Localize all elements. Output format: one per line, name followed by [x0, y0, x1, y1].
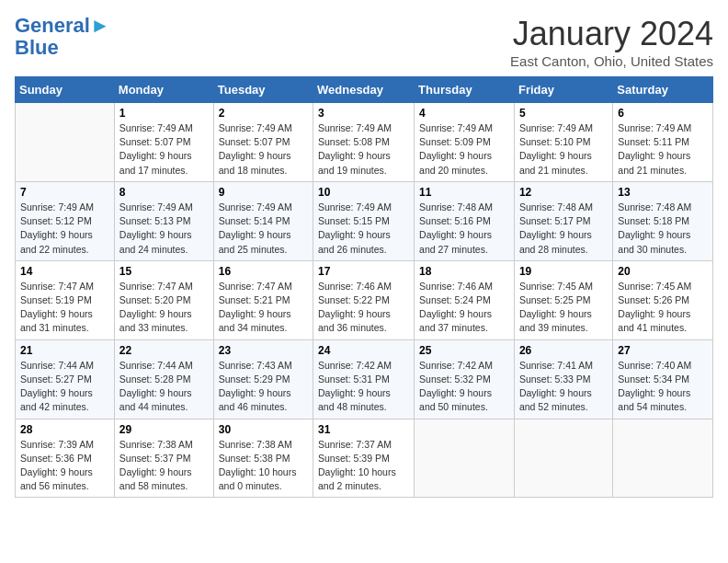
logo-line1: General►	[15, 15, 110, 37]
day-number: 26	[519, 344, 608, 357]
sunset: Sunset: 5:26 PM	[618, 294, 689, 305]
daylight: Daylight: 9 hours and 28 minutes.	[519, 229, 592, 254]
day-info: Sunrise: 7:47 AM Sunset: 5:21 PM Dayligh…	[219, 280, 308, 336]
cell-3-1: 14 Sunrise: 7:47 AM Sunset: 5:19 PM Dayl…	[16, 260, 115, 339]
cell-5-3: 30 Sunrise: 7:38 AM Sunset: 5:38 PM Dayl…	[213, 419, 313, 498]
daylight: Daylight: 9 hours and 48 minutes.	[318, 387, 391, 412]
sunset: Sunset: 5:08 PM	[318, 136, 390, 147]
day-info: Sunrise: 7:47 AM Sunset: 5:19 PM Dayligh…	[20, 280, 109, 336]
days-row: Sunday Monday Tuesday Wednesday Thursday…	[16, 77, 713, 103]
sunset: Sunset: 5:07 PM	[119, 136, 191, 147]
day-info: Sunrise: 7:49 AM Sunset: 5:13 PM Dayligh…	[119, 201, 209, 257]
daylight: Daylight: 9 hours and 52 minutes.	[519, 387, 592, 412]
daylight: Daylight: 9 hours and 27 minutes.	[419, 229, 492, 254]
day-info: Sunrise: 7:49 AM Sunset: 5:11 PM Dayligh…	[618, 121, 708, 178]
cell-4-4: 24 Sunrise: 7:42 AM Sunset: 5:31 PM Dayl…	[313, 339, 415, 419]
sunset: Sunset: 5:12 PM	[20, 215, 92, 226]
day-info: Sunrise: 7:49 AM Sunset: 5:14 PM Dayligh…	[219, 201, 308, 257]
col-friday: Friday	[514, 77, 612, 103]
day-info: Sunrise: 7:46 AM Sunset: 5:22 PM Dayligh…	[318, 280, 409, 336]
cell-1-1	[16, 103, 115, 182]
sunset: Sunset: 5:15 PM	[318, 215, 390, 226]
sunset: Sunset: 5:21 PM	[219, 294, 290, 305]
cell-5-7	[613, 419, 713, 498]
sunset: Sunset: 5:16 PM	[419, 215, 491, 226]
daylight: Daylight: 9 hours and 42 minutes.	[20, 387, 93, 412]
daylight: Daylight: 9 hours and 24 minutes.	[119, 229, 192, 254]
day-number: 30	[219, 423, 308, 436]
calendar-header: Sunday Monday Tuesday Wednesday Thursday…	[16, 77, 713, 103]
day-number: 4	[419, 107, 509, 120]
sunset: Sunset: 5:27 PM	[20, 373, 92, 385]
cell-2-5: 11 Sunrise: 7:48 AM Sunset: 5:16 PM Dayl…	[415, 181, 515, 260]
sunset: Sunset: 5:37 PM	[119, 453, 191, 464]
cell-5-5	[415, 419, 515, 498]
col-wednesday: Wednesday	[313, 77, 415, 103]
title-section: January 2024 East Canton, Ohio, United S…	[510, 15, 713, 69]
day-number: 9	[219, 186, 308, 199]
sunrise: Sunrise: 7:41 AM	[519, 360, 593, 371]
sunrise: Sunrise: 7:38 AM	[119, 439, 193, 450]
daylight: Daylight: 9 hours and 50 minutes.	[419, 387, 492, 412]
day-info: Sunrise: 7:49 AM Sunset: 5:07 PM Dayligh…	[219, 121, 308, 178]
cell-2-2: 8 Sunrise: 7:49 AM Sunset: 5:13 PM Dayli…	[114, 181, 213, 260]
daylight: Daylight: 9 hours and 21 minutes.	[618, 150, 690, 175]
week-row-5: 28 Sunrise: 7:39 AM Sunset: 5:36 PM Dayl…	[16, 419, 713, 498]
day-number: 7	[20, 186, 109, 199]
daylight: Daylight: 9 hours and 54 minutes.	[618, 387, 690, 412]
day-info: Sunrise: 7:46 AM Sunset: 5:24 PM Dayligh…	[419, 280, 509, 336]
day-number: 14	[20, 265, 109, 278]
day-info: Sunrise: 7:48 AM Sunset: 5:18 PM Dayligh…	[618, 201, 708, 257]
sunrise: Sunrise: 7:45 AM	[519, 281, 593, 292]
daylight: Daylight: 9 hours and 30 minutes.	[618, 229, 690, 254]
sunrise: Sunrise: 7:44 AM	[20, 360, 94, 371]
cell-1-4: 3 Sunrise: 7:49 AM Sunset: 5:08 PM Dayli…	[313, 103, 415, 182]
month-title: January 2024	[510, 15, 713, 53]
daylight: Daylight: 9 hours and 21 minutes.	[519, 150, 592, 175]
daylight: Daylight: 9 hours and 25 minutes.	[219, 229, 291, 254]
day-number: 12	[519, 186, 608, 199]
sunrise: Sunrise: 7:49 AM	[219, 122, 292, 133]
calendar-body: 1 Sunrise: 7:49 AM Sunset: 5:07 PM Dayli…	[16, 103, 713, 498]
day-number: 23	[219, 344, 308, 357]
daylight: Daylight: 9 hours and 20 minutes.	[419, 150, 492, 175]
daylight: Daylight: 9 hours and 34 minutes.	[219, 308, 291, 333]
sunrise: Sunrise: 7:42 AM	[419, 360, 493, 371]
sunset: Sunset: 5:09 PM	[419, 136, 491, 147]
location: East Canton, Ohio, United States	[510, 53, 713, 69]
col-tuesday: Tuesday	[213, 77, 313, 103]
sunrise: Sunrise: 7:49 AM	[519, 122, 593, 133]
day-number: 31	[318, 423, 409, 436]
day-info: Sunrise: 7:47 AM Sunset: 5:20 PM Dayligh…	[119, 280, 209, 336]
cell-5-4: 31 Sunrise: 7:37 AM Sunset: 5:39 PM Dayl…	[313, 419, 415, 498]
sunrise: Sunrise: 7:49 AM	[318, 122, 392, 133]
week-row-1: 1 Sunrise: 7:49 AM Sunset: 5:07 PM Dayli…	[16, 103, 713, 182]
day-number: 17	[318, 265, 409, 278]
sunrise: Sunrise: 7:47 AM	[219, 281, 292, 292]
logo-text-blue: Blue	[15, 36, 59, 59]
logo: General► Blue	[15, 15, 110, 59]
sunrise: Sunrise: 7:44 AM	[119, 360, 193, 371]
day-info: Sunrise: 7:49 AM Sunset: 5:07 PM Dayligh…	[119, 121, 209, 178]
day-number: 20	[618, 265, 708, 278]
sunset: Sunset: 5:17 PM	[519, 215, 591, 226]
day-info: Sunrise: 7:49 AM Sunset: 5:10 PM Dayligh…	[519, 121, 608, 178]
sunset: Sunset: 5:34 PM	[618, 373, 689, 385]
sunset: Sunset: 5:13 PM	[119, 215, 191, 226]
day-info: Sunrise: 7:49 AM Sunset: 5:15 PM Dayligh…	[318, 201, 409, 257]
cell-1-3: 2 Sunrise: 7:49 AM Sunset: 5:07 PM Dayli…	[213, 103, 313, 182]
sunrise: Sunrise: 7:46 AM	[318, 281, 392, 292]
day-number: 13	[618, 186, 708, 199]
cell-4-2: 22 Sunrise: 7:44 AM Sunset: 5:28 PM Dayl…	[114, 339, 213, 419]
day-info: Sunrise: 7:38 AM Sunset: 5:38 PM Dayligh…	[219, 438, 308, 494]
day-number: 15	[119, 265, 209, 278]
col-monday: Monday	[114, 77, 213, 103]
daylight: Daylight: 9 hours and 36 minutes.	[318, 308, 391, 333]
day-info: Sunrise: 7:45 AM Sunset: 5:26 PM Dayligh…	[618, 280, 708, 336]
cell-2-4: 10 Sunrise: 7:49 AM Sunset: 5:15 PM Dayl…	[313, 181, 415, 260]
day-info: Sunrise: 7:44 AM Sunset: 5:27 PM Dayligh…	[20, 359, 109, 415]
week-row-3: 14 Sunrise: 7:47 AM Sunset: 5:19 PM Dayl…	[16, 260, 713, 339]
sunset: Sunset: 5:24 PM	[419, 294, 491, 305]
daylight: Daylight: 9 hours and 17 minutes.	[119, 150, 192, 175]
day-number: 24	[318, 344, 409, 357]
